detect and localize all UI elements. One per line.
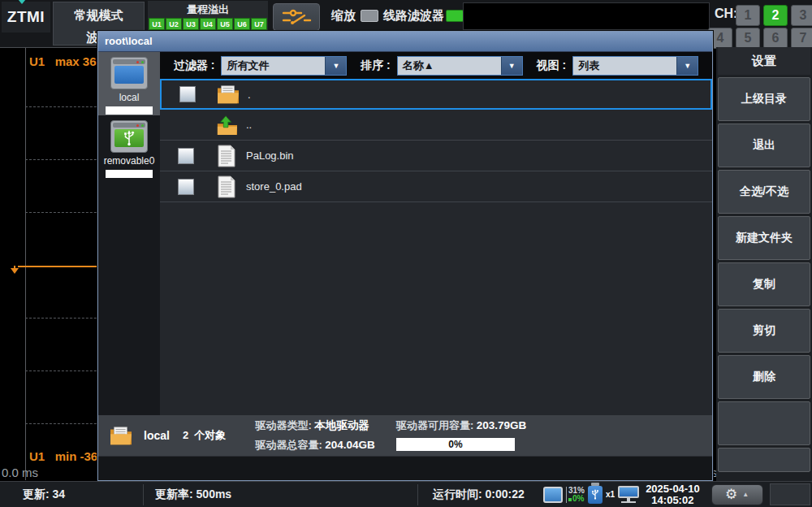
current-drive-name: local	[144, 429, 170, 442]
overflow-chip-u6: U6	[234, 18, 250, 30]
row-checkbox[interactable]	[178, 179, 194, 195]
drive-name: local	[98, 92, 160, 103]
gear-icon: ⚙	[725, 488, 737, 501]
copy-button[interactable]: 复制	[718, 262, 810, 306]
file-row-current-dir[interactable]: .	[160, 79, 712, 110]
chevron-down-icon: ▼	[501, 57, 522, 75]
filter-label: 过滤器 :	[174, 58, 215, 73]
zoom-indicator[interactable]	[361, 10, 378, 22]
file-row[interactable]: store_0.pad	[160, 171, 712, 202]
overflow-channel-chips: U1 U2 U3 U4 U5 U6 U7	[148, 18, 268, 30]
channel-button-2[interactable]: 2	[763, 5, 788, 26]
row-checkbox[interactable]	[178, 148, 194, 164]
line-filter-label: 线路滤波器	[383, 8, 444, 24]
usb-drive-icon	[110, 120, 148, 153]
zoom-label: 缩放	[331, 8, 356, 24]
object-count: 2 个对象	[183, 428, 226, 443]
channel-button-5[interactable]: 5	[736, 28, 760, 49]
parent-dir-button[interactable]: 上级目录	[718, 77, 810, 121]
range-overflow-title: 量程溢出	[148, 2, 268, 17]
usb-trident-icon	[122, 129, 136, 147]
usb-device-icon	[588, 486, 603, 504]
overflow-chip-u2: U2	[166, 18, 182, 30]
channel-button-6[interactable]: 6	[763, 28, 788, 49]
datetime: 2025-04-10 14:05:02	[646, 483, 700, 506]
drive-item-removable0[interactable]: removable0	[98, 115, 160, 179]
status-icon-cluster: 31% 0% x1 2025-04-10 1	[543, 483, 763, 506]
drive-name: removable0	[98, 155, 160, 167]
dialog-footer	[98, 456, 712, 480]
file-name: ..	[246, 119, 252, 131]
document-icon	[214, 176, 240, 198]
file-row[interactable]: PaLog.bin	[160, 141, 712, 171]
settings-header: 设置	[718, 47, 810, 75]
mode-line1: 常规模式	[54, 8, 144, 24]
file-name: .	[248, 89, 251, 101]
free-capacity-label: 驱动器可用容量:	[396, 419, 477, 431]
file-row-parent-dir[interactable]: ..	[160, 110, 712, 141]
wiring-filter-button[interactable]	[273, 3, 320, 31]
date-value: 2025-04-10	[646, 483, 700, 495]
channel-button-7[interactable]: 7	[791, 28, 812, 49]
file-name: PaLog.bin	[246, 150, 294, 162]
dialog-title: root\local	[98, 32, 712, 52]
total-capacity-value: 204.04GB	[325, 439, 375, 451]
waveform-axis	[25, 48, 26, 480]
view-value: 列表	[573, 57, 676, 75]
status-bar-right-panel	[770, 483, 810, 505]
overflow-chip-u4: U4	[200, 18, 216, 30]
file-list: . ..	[160, 79, 712, 415]
range-overflow-panel: 量程溢出 U1 U2 U3 U4 U5 U6 U7	[148, 1, 268, 32]
list-toolbar: 过滤器 : 所有文件 ▼ 排序 : 名称▲ ▼ 视图 : 列表 ▼	[160, 52, 712, 79]
delete-button[interactable]: 删除	[718, 355, 810, 399]
brand-logo-accent	[18, 0, 26, 4]
document-icon	[214, 145, 240, 167]
folder-up-icon	[214, 115, 240, 136]
exit-button[interactable]: 退出	[718, 124, 810, 167]
sort-value: 名称▲	[398, 57, 501, 75]
folder-docs-icon	[215, 84, 241, 105]
u1-max-label: U1 max 360	[29, 54, 103, 68]
storage-percent-2: 0%	[568, 495, 585, 503]
switch-icon	[280, 6, 313, 28]
view-dropdown[interactable]: 列表 ▼	[572, 56, 698, 76]
waveform-right-border	[713, 48, 714, 481]
empty-softkey-button[interactable]	[718, 448, 810, 472]
overflow-chip-u3: U3	[183, 18, 199, 30]
view-label: 视图 :	[537, 58, 567, 73]
drive-item-local[interactable]: local	[98, 52, 160, 115]
overflow-chip-u5: U5	[217, 18, 233, 30]
usb-count: x1	[606, 490, 615, 499]
local-drive-icon	[110, 57, 148, 89]
usage-progress-bar: 0%	[396, 438, 515, 451]
sort-dropdown[interactable]: 名称▲ ▼	[397, 56, 523, 76]
channel-button-3[interactable]: 3	[791, 5, 812, 26]
channel-button-1[interactable]: 1	[736, 5, 760, 26]
brand-logo: ZTMI	[2, 2, 50, 32]
drive-info-bar: local 2 个对象 驱动器类型: 本地驱动器 驱动器总容量: 204.04G…	[98, 415, 712, 456]
update-rate-value: 500ms	[197, 488, 232, 500]
file-name: store_0.pad	[246, 180, 302, 193]
app-screen: U1 max 360 U1 min -36 0.0 ms s ZTMI 常规模式…	[0, 0, 812, 507]
message-display	[463, 2, 710, 30]
total-capacity-label: 驱动器总容量:	[255, 439, 325, 451]
update-value: 34	[53, 488, 66, 500]
update-label: 更新:	[23, 488, 53, 500]
select-all-button[interactable]: 全选/不选	[718, 170, 810, 214]
drive-type-value: 本地驱动器	[314, 419, 369, 431]
cut-button[interactable]: 剪切	[718, 309, 810, 353]
caret-up-icon: ▲	[742, 491, 749, 498]
line-filter-indicator[interactable]	[446, 10, 464, 22]
settings-menu-button[interactable]: ⚙ ▲	[711, 484, 763, 505]
overflow-chip-u7: U7	[251, 18, 267, 30]
divider	[417, 484, 418, 505]
folder-docs-icon	[108, 425, 134, 446]
channel-label: CH:	[715, 6, 737, 21]
new-folder-button[interactable]: 新建文件夹	[718, 216, 810, 260]
chevron-down-icon: ▼	[676, 57, 698, 75]
row-checkbox[interactable]	[179, 86, 196, 102]
empty-softkey-button[interactable]	[718, 401, 810, 445]
filter-dropdown[interactable]: 所有文件 ▼	[221, 56, 347, 76]
drive-usage-bar	[106, 106, 153, 115]
drive-usage-bar	[106, 170, 153, 178]
